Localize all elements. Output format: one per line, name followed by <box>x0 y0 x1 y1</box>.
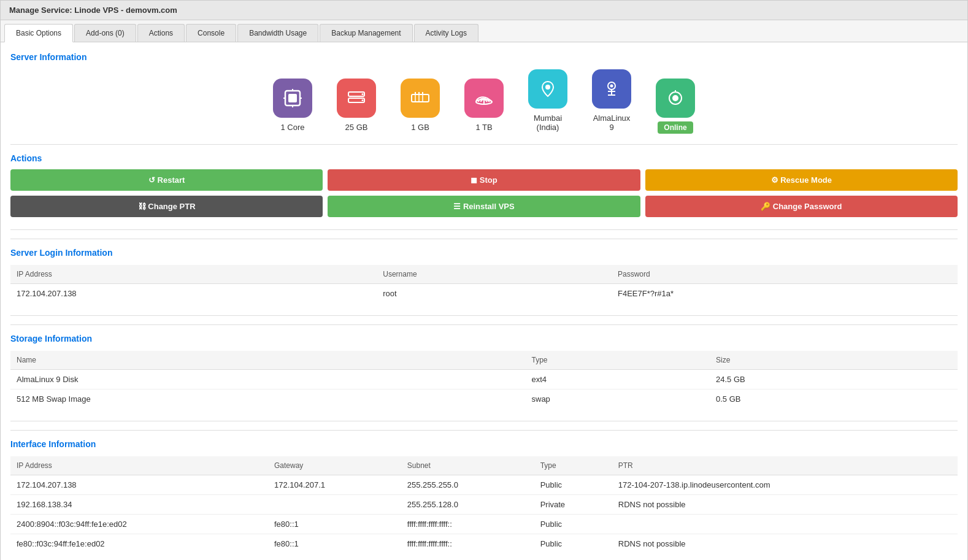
iface-gateway-1 <box>268 495 401 515</box>
storage-size-1: 0.5 GB <box>710 389 958 409</box>
divider-3 <box>10 315 958 316</box>
iface-ip-3: fe80::f03c:94ff:fe1e:ed02 <box>10 534 268 554</box>
icon-item-storage: 25 GB <box>337 79 376 132</box>
table-row: 172.104.207.138 root F4EE7F*?r#1a* <box>10 284 958 304</box>
rescue-mode-button[interactable]: ⚙ Rescue Mode <box>645 169 958 191</box>
tab-bandwidth-usage[interactable]: Bandwidth Usage <box>237 24 318 42</box>
server-information-section: Server Information 1 Core 25 GB <box>10 52 958 132</box>
os-icon-box <box>592 69 631 109</box>
login-password: F4EE7F*?r#1a* <box>612 284 958 304</box>
divider-1 <box>10 144 958 145</box>
restart-button[interactable]: ↺ Restart <box>10 169 323 191</box>
change-password-button[interactable]: 🔑 Change Password <box>645 196 958 217</box>
iface-type-1: Private <box>534 495 612 515</box>
tab-add-ons[interactable]: Add-ons (0) <box>74 24 136 42</box>
ram-icon-box <box>401 79 440 118</box>
storage-table: Name Type Size AlmaLinux 9 Disk ext4 24.… <box>10 351 958 408</box>
storage-col-size: Size <box>710 351 958 370</box>
online-badge: Online <box>658 121 693 134</box>
iface-col-type: Type <box>534 456 612 475</box>
iface-subnet-0: 255.255.255.0 <box>401 475 534 495</box>
tab-basic-options[interactable]: Basic Options <box>4 24 73 42</box>
interface-information-title: Interface Information <box>10 439 958 449</box>
stop-button[interactable]: ◼ Stop <box>328 169 640 191</box>
window-title: Manage Service: Linode VPS - demovm.com <box>9 6 177 15</box>
tab-console[interactable]: Console <box>186 24 236 42</box>
main-content: Server Information 1 Core 25 GB <box>1 42 967 560</box>
iface-col-subnet: Subnet <box>401 456 534 475</box>
title-bar: Manage Service: Linode VPS - demovm.com <box>1 1 967 20</box>
iface-ptr-1: RDNS not possible <box>612 495 958 515</box>
svg-point-19 <box>545 85 550 90</box>
iface-type-0: Public <box>534 475 612 495</box>
icon-item-os: AlmaLinux9 <box>592 69 631 132</box>
storage-type-1: swap <box>526 389 710 409</box>
interface-table: IP Address Gateway Subnet Type PTR 172.1… <box>10 456 958 553</box>
iface-subnet-1: 255.255.128.0 <box>401 495 534 515</box>
icon-item-bandwidth: 1 TB <box>464 79 504 132</box>
ram-label: 1 GB <box>411 123 429 132</box>
icon-item-ram: 1 GB <box>401 79 440 132</box>
bandwidth-label: 1 TB <box>475 123 492 132</box>
change-ptr-button[interactable]: ⛓ Change PTR <box>10 196 323 217</box>
storage-type-0: ext4 <box>526 370 710 389</box>
server-login-title: Server Login Information <box>10 248 958 258</box>
iface-col-ip: IP Address <box>10 456 268 475</box>
storage-label: 25 GB <box>345 123 368 132</box>
bandwidth-icon-box <box>464 79 504 118</box>
iface-type-2: Public <box>534 515 612 534</box>
server-information-title: Server Information <box>10 52 958 62</box>
login-col-username: Username <box>377 265 612 284</box>
svg-point-26 <box>672 95 678 101</box>
divider-4 <box>10 421 958 421</box>
core-label: 1 Core <box>280 123 304 132</box>
server-login-section: Server Login Information IP Address User… <box>10 239 958 303</box>
reinstall-vps-button[interactable]: ☰ Reinstall VPS <box>328 196 640 217</box>
divider-2 <box>10 229 958 230</box>
iface-col-ptr: PTR <box>612 456 958 475</box>
table-row: 172.104.207.138 172.104.207.1 255.255.25… <box>10 475 958 495</box>
tab-actions[interactable]: Actions <box>137 24 185 42</box>
main-window: Manage Service: Linode VPS - demovm.com … <box>0 0 968 560</box>
iface-ptr-0: 172-104-207-138.ip.linodeusercontent.com <box>612 475 958 495</box>
os-label: AlmaLinux9 <box>593 113 631 132</box>
server-login-table: IP Address Username Password 172.104.207… <box>10 265 958 303</box>
core-icon-box <box>273 79 312 118</box>
tab-bar: Basic Options Add-ons (0) Actions Consol… <box>1 20 967 42</box>
svg-rect-10 <box>412 94 429 102</box>
storage-information-section: Storage Information Name Type Size AlmaL… <box>10 324 958 408</box>
iface-gateway-3: fe80::1 <box>268 534 401 554</box>
iface-ip-1: 192.168.138.34 <box>10 495 268 515</box>
storage-col-name: Name <box>10 351 526 370</box>
tab-backup-management[interactable]: Backup Management <box>320 24 412 42</box>
svg-rect-1 <box>288 94 297 102</box>
login-ip: 172.104.207.138 <box>10 284 377 304</box>
login-col-password: Password <box>612 265 958 284</box>
table-row: AlmaLinux 9 Disk ext4 24.5 GB <box>10 370 958 389</box>
icon-item-core: 1 Core <box>273 79 312 132</box>
table-row: 192.168.138.34 255.255.128.0 Private RDN… <box>10 495 958 515</box>
svg-point-24 <box>610 85 613 88</box>
table-row: fe80::f03c:94ff:fe1e:ed02 fe80::1 ffff:f… <box>10 534 958 554</box>
status-label: Online <box>658 123 693 132</box>
storage-name-0: AlmaLinux 9 Disk <box>10 370 526 389</box>
iface-gateway-2: fe80::1 <box>268 515 401 534</box>
storage-icon-box <box>337 79 376 118</box>
iface-col-gateway: Gateway <box>268 456 401 475</box>
tab-activity-logs[interactable]: Activity Logs <box>414 24 478 42</box>
iface-ptr-2 <box>612 515 958 534</box>
location-label: Mumbai(India) <box>534 113 562 132</box>
icon-item-location: Mumbai(India) <box>528 69 567 132</box>
storage-size-0: 24.5 GB <box>710 370 958 389</box>
iface-ip-0: 172.104.207.138 <box>10 475 268 495</box>
table-row: 512 MB Swap Image swap 0.5 GB <box>10 389 958 409</box>
svg-point-9 <box>362 99 364 101</box>
svg-point-8 <box>362 93 364 95</box>
location-icon-box <box>528 69 567 109</box>
status-icon-box <box>656 79 695 118</box>
table-row: 2400:8904::f03c:94ff:fe1e:ed02 fe80::1 f… <box>10 515 958 534</box>
action-buttons-grid: ↺ Restart ◼ Stop ⚙ Rescue Mode ⛓ Change … <box>10 169 958 217</box>
server-icons-row: 1 Core 25 GB 1 GB <box>10 69 958 132</box>
iface-ip-2: 2400:8904::f03c:94ff:fe1e:ed02 <box>10 515 268 534</box>
iface-type-3: Public <box>534 534 612 554</box>
